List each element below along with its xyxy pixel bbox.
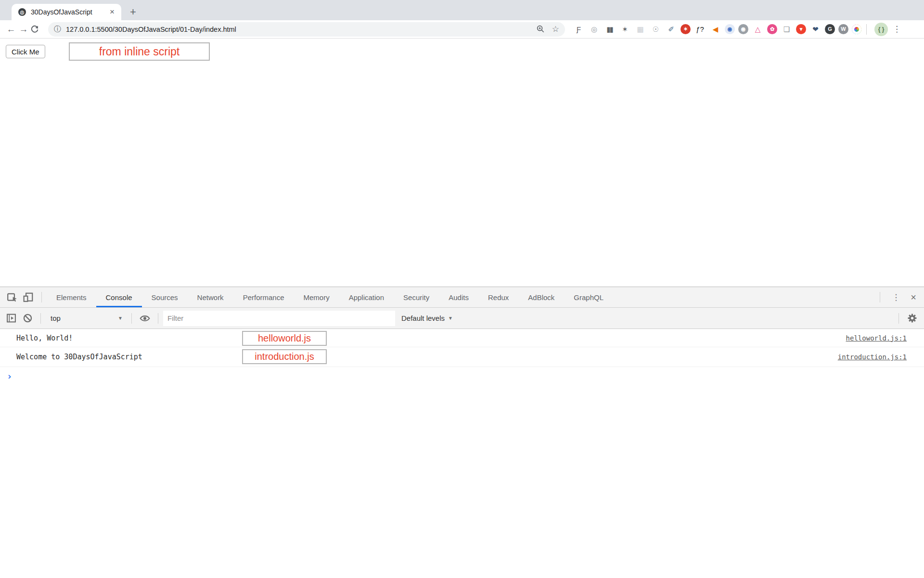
console-message-row: Hello, World! helloworld.js helloworld.j… (0, 329, 924, 347)
tab-performance[interactable]: Performance (233, 287, 294, 307)
helloworld-annotation: helloworld.js (242, 331, 327, 346)
devtools-tabs: Elements Console Sources Network Perform… (47, 287, 613, 307)
execution-context-select[interactable]: top ▼ (46, 314, 127, 322)
browser-toolbar: ← → ⓘ 127.0.0.1:5500/30DaysOfJavaScript/… (0, 20, 924, 39)
devtools-panel: Elements Console Sources Network Perform… (0, 287, 924, 578)
extension-bug-icon[interactable]: ✶ (619, 24, 631, 35)
extension-swirl-icon[interactable]: ◉ (725, 24, 735, 34)
console-message-text: Welcome to 30DaysOfJavaScript (16, 353, 142, 361)
console-filter-input[interactable] (163, 311, 395, 326)
extension-grid-icon[interactable]: ▦ (634, 24, 646, 35)
extension-camera-icon[interactable]: ◉ (738, 24, 748, 34)
zoom-magnifier-icon[interactable] (536, 25, 545, 34)
tab-network[interactable]: Network (188, 287, 233, 307)
inline-script-annotation: from inline script (69, 42, 210, 61)
devtools-right-divider (880, 292, 880, 302)
profile-avatar[interactable]: { } (874, 23, 888, 36)
back-button-icon[interactable]: ← (5, 25, 17, 34)
clear-console-icon[interactable] (19, 308, 36, 328)
extension-columns-icon[interactable]: ▮▮ (603, 24, 616, 35)
extension-stop-hand-icon[interactable]: ✶ (680, 24, 691, 34)
reload-button-icon[interactable] (30, 25, 42, 34)
source-link[interactable]: helloworld.js:1 (846, 334, 907, 342)
bookmark-star-icon[interactable]: ☆ (552, 24, 559, 34)
devtools-menu-kebab-icon[interactable]: ⋮ (885, 292, 907, 302)
site-info-icon[interactable]: ⓘ (54, 25, 61, 34)
forward-button-icon[interactable]: → (17, 25, 30, 34)
extension-f-question-icon[interactable]: ƒ? (694, 24, 706, 35)
devtools-close-icon[interactable]: × (907, 292, 924, 303)
extension-color-ring-icon[interactable] (852, 25, 861, 34)
console-prompt-chevron-icon: › (7, 371, 12, 381)
devtools-tabbar-divider (41, 292, 42, 302)
context-dropdown-caret-icon: ▼ (118, 315, 127, 321)
levels-dropdown-caret-icon: ▼ (448, 315, 453, 321)
extension-w-circle-icon[interactable]: W (838, 24, 848, 34)
extension-eyedropper-icon[interactable]: ✐ (665, 24, 677, 35)
console-toolbar-divider4 (898, 313, 899, 324)
tab-application[interactable]: Application (339, 287, 394, 307)
source-link[interactable]: introduction.js:1 (838, 353, 907, 361)
settings-gear-icon[interactable] (904, 308, 920, 328)
log-levels-value: Default levels (401, 314, 445, 322)
tab-memory[interactable]: Memory (294, 287, 339, 307)
tab-elements[interactable]: Elements (47, 287, 96, 307)
extension-flower-square-icon[interactable]: ✿ (767, 24, 777, 34)
tab-console[interactable]: Console (96, 287, 142, 307)
tab-adblock[interactable]: AdBlock (518, 287, 564, 307)
tab-strip: ◍ 30DaysOfJavaScript × + (0, 0, 924, 20)
tab-audits[interactable]: Audits (439, 287, 478, 307)
new-tab-button[interactable]: + (130, 7, 136, 17)
tab-security[interactable]: Security (394, 287, 439, 307)
url-text[interactable]: 127.0.0.1:5500/30DaysOfJavaScript/01-Day… (66, 26, 529, 33)
tab-close-icon[interactable]: × (108, 7, 116, 17)
console-message-row: Welcome to 30DaysOfJavaScript introducti… (0, 347, 924, 367)
console-messages: Hello, World! helloworld.js helloworld.j… (0, 329, 924, 578)
tab-title: 30DaysOfJavaScript (31, 8, 108, 16)
page-content: Click Me from inline script (0, 39, 924, 287)
extension-face-icon[interactable]: ☉ (650, 24, 662, 35)
devtools-tab-bar: Elements Console Sources Network Perform… (0, 287, 924, 308)
console-message-text: Hello, World! (16, 334, 73, 342)
browser-tab[interactable]: ◍ 30DaysOfJavaScript × (12, 4, 121, 20)
tab-redux[interactable]: Redux (478, 287, 518, 307)
click-me-button[interactable]: Click Me (6, 45, 45, 58)
extensions-area: Ƒ ◎ ▮▮ ✶ ▦ ☉ ✐ ✶ ƒ? ◀ ◉ ◉ △ ✿ ❏ ▾ ❤ G W (573, 24, 861, 35)
introduction-annotation: introduction.js (242, 349, 327, 364)
log-levels-select[interactable]: Default levels ▼ (401, 314, 453, 322)
url-bar[interactable]: ⓘ 127.0.0.1:5500/30DaysOfJavaScript/01-D… (48, 22, 565, 37)
console-toolbar-divider (40, 313, 41, 324)
extension-megaphone-icon[interactable]: ◀ (709, 24, 721, 35)
tab-favicon-globe-icon: ◍ (18, 8, 26, 16)
console-prompt[interactable]: › (0, 367, 924, 385)
extension-fonts-ninja-icon[interactable]: Ƒ (573, 24, 585, 35)
extension-save-icon[interactable]: ▾ (796, 24, 806, 34)
devtools-tabbar-right: ⋮ × (875, 292, 924, 303)
console-toolbar-divider3 (158, 313, 158, 324)
live-expression-eye-icon[interactable] (137, 308, 153, 328)
extension-g-browser-icon[interactable]: G (825, 24, 835, 34)
console-toolbar: top ▼ Default levels ▼ (0, 308, 924, 329)
browser-window: ◍ 30DaysOfJavaScript × + ← → ⓘ 127.0.0.1… (0, 0, 924, 578)
tab-sources[interactable]: Sources (142, 287, 188, 307)
extension-pink-triangle-icon[interactable]: △ (752, 24, 764, 35)
execution-context-value: top (51, 314, 61, 322)
console-toolbar-divider2 (131, 313, 132, 324)
browser-menu-kebab-icon[interactable]: ⋮ (893, 24, 901, 34)
extension-spiral-icon[interactable]: ◎ (588, 24, 600, 35)
device-toolbar-icon[interactable] (20, 287, 37, 307)
inspect-element-icon[interactable] (4, 287, 20, 307)
extension-heart-search-icon[interactable]: ❤ (809, 24, 821, 35)
toolbar-divider (866, 24, 867, 35)
tab-graphql[interactable]: GraphQL (564, 287, 613, 307)
console-sidebar-toggle-icon[interactable] (3, 308, 19, 328)
extension-corner-arrows-icon[interactable]: ❏ (781, 24, 793, 35)
